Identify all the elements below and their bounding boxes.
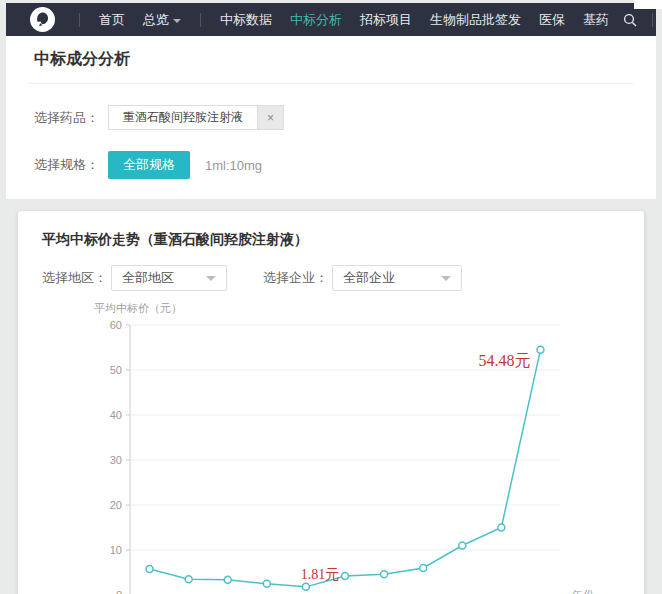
- nav-divider: [79, 13, 80, 27]
- nav-item-label: 首页: [99, 11, 125, 29]
- svg-text:40: 40: [110, 409, 122, 421]
- nav-item-label: 招标项目: [360, 11, 412, 29]
- nav-item-medical-insurance[interactable]: 医保: [530, 11, 574, 29]
- drug-filter-label: 选择药品：: [34, 109, 108, 127]
- region-select-value: 全部地区: [122, 269, 174, 287]
- nav-item-tender-projects[interactable]: 招标项目: [351, 11, 421, 29]
- chevron-down-icon: [441, 276, 451, 281]
- svg-text:50: 50: [110, 364, 122, 376]
- chart-filters-row: 选择地区： 全部地区 选择企业： 全部企业: [42, 265, 620, 291]
- all-specs-button[interactable]: 全部规格: [108, 151, 190, 179]
- svg-text:1.81元: 1.81元: [301, 567, 340, 582]
- nav-item-bid-analysis[interactable]: 中标分析: [281, 11, 351, 29]
- spec-filter-row: 选择规格： 全部规格 1ml:10mg: [34, 151, 628, 179]
- svg-text:平均中标价（元）: 平均中标价（元）: [94, 302, 182, 314]
- app-window: 首页 总览 中标数据 中标分析 招标项目 生物制品批签发 医保 基药 ?: [6, 3, 656, 594]
- close-icon[interactable]: ×: [257, 106, 283, 129]
- price-trend-chart[interactable]: 0102030405060200820092010201120122013201…: [42, 297, 620, 594]
- chart-card-title: 平均中标价走势（重酒石酸间羟胺注射液）: [42, 231, 620, 249]
- top-nav: 首页 总览 中标数据 中标分析 招标项目 生物制品批签发 医保 基药 ?: [6, 3, 656, 36]
- svg-text:20: 20: [110, 499, 122, 511]
- chart-card: 平均中标价走势（重酒石酸间羟胺注射液） 选择地区： 全部地区 选择企业： 全部企…: [18, 211, 644, 594]
- nav-item-label: 中标分析: [290, 11, 342, 29]
- svg-text:54.48元: 54.48元: [478, 352, 530, 369]
- company-select-label: 选择企业：: [263, 269, 328, 287]
- svg-text:10: 10: [110, 544, 122, 556]
- company-select-value: 全部企业: [343, 269, 395, 287]
- svg-text:30: 30: [110, 454, 122, 466]
- nav-item-label: 医保: [539, 11, 565, 29]
- nav-item-essential-drugs[interactable]: 基药: [574, 11, 618, 29]
- filter-panel: 中标成分分析 选择药品： 重酒石酸间羟胺注射液 × 选择规格： 全部规格 1ml…: [6, 36, 656, 199]
- selected-drug-tag: 重酒石酸间羟胺注射液 ×: [108, 105, 284, 130]
- nav-item-label: 总览: [143, 11, 169, 29]
- logo-icon[interactable]: [30, 7, 55, 32]
- chevron-down-icon: [173, 19, 181, 23]
- svg-text:0: 0: [116, 589, 122, 594]
- nav-item-overview[interactable]: 总览: [134, 11, 190, 29]
- nav-item-label: 基药: [583, 11, 609, 29]
- spec-filter-label: 选择规格：: [34, 156, 108, 174]
- company-select[interactable]: 全部企业: [332, 265, 462, 291]
- svg-text:60: 60: [110, 319, 122, 331]
- divider: [28, 83, 634, 84]
- nav-item-label: 生物制品批签发: [430, 11, 521, 29]
- drug-filter-row: 选择药品： 重酒石酸间羟胺注射液 ×: [34, 105, 628, 130]
- chevron-down-icon: [206, 276, 216, 281]
- svg-text:年份: 年份: [571, 589, 594, 594]
- nav-item-home[interactable]: 首页: [90, 11, 134, 29]
- spec-value[interactable]: 1ml:10mg: [205, 158, 262, 173]
- selected-drug-name: 重酒石酸间羟胺注射液: [109, 106, 257, 129]
- screen-corner-artifact: [634, 0, 662, 9]
- nav-divider: [200, 13, 201, 27]
- nav-item-label: 中标数据: [220, 11, 272, 29]
- page-title: 中标成分分析: [34, 49, 628, 70]
- nav-divider: [652, 13, 653, 27]
- line-chart-svg: 0102030405060200820092010201120122013201…: [42, 297, 620, 594]
- region-select[interactable]: 全部地区: [111, 265, 227, 291]
- nav-item-bid-data[interactable]: 中标数据: [211, 11, 281, 29]
- nav-item-biologics-release[interactable]: 生物制品批签发: [421, 11, 530, 29]
- search-icon[interactable]: [622, 8, 638, 32]
- region-select-label: 选择地区：: [42, 269, 107, 287]
